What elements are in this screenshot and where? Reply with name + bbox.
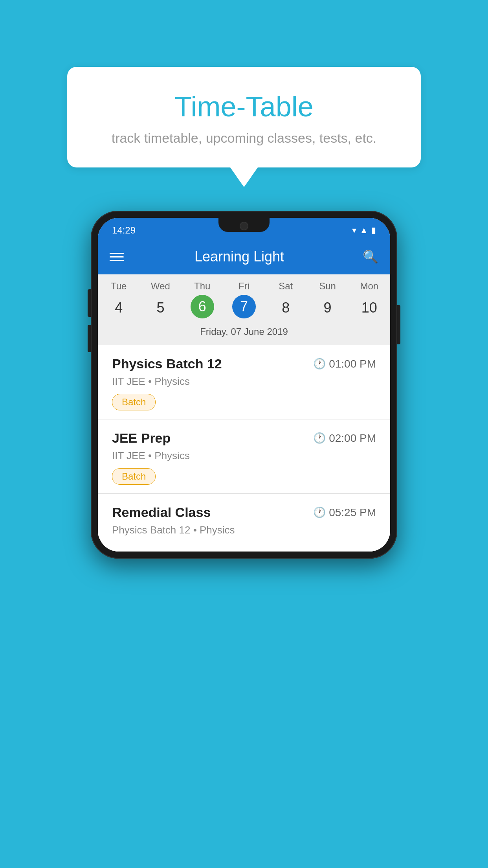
- clock-icon-1: 🕐: [313, 358, 326, 370]
- day-header-wed: Wed: [139, 281, 181, 292]
- clock-icon-2: 🕐: [313, 432, 326, 444]
- day-9[interactable]: 9: [306, 295, 348, 321]
- day-headers: Tue Wed Thu Fri Sat Sun Mon: [98, 281, 390, 292]
- bubble-arrow: [230, 167, 258, 187]
- selected-date-label: Friday, 07 June 2019: [98, 326, 390, 341]
- battery-icon: ▮: [371, 225, 376, 235]
- app-title: Learning Light: [116, 248, 363, 265]
- calendar-strip: Tue Wed Thu Fri Sat Sun Mon 4 5 6 7 8 9 …: [98, 274, 390, 345]
- day-6-today[interactable]: 6: [191, 295, 214, 318]
- schedule-item-1-time: 🕐 01:00 PM: [313, 358, 376, 370]
- day-header-thu: Thu: [182, 281, 223, 292]
- side-button-power: [397, 305, 400, 344]
- phone-frame: 14:29 ▾ ▲ ▮ Learning Light 🔍: [91, 211, 397, 559]
- schedule-item-2[interactable]: JEE Prep 🕐 02:00 PM IIT JEE • Physics Ba…: [98, 419, 390, 494]
- signal-icon: ▲: [360, 225, 368, 235]
- batch-badge-2: Batch: [112, 468, 156, 485]
- day-header-sun: Sun: [306, 281, 348, 292]
- day-8[interactable]: 8: [265, 295, 306, 321]
- side-button-volume-up: [88, 289, 91, 317]
- schedule-item-3-subtitle: Physics Batch 12 • Physics: [112, 524, 376, 536]
- schedule-item-2-header: JEE Prep 🕐 02:00 PM: [112, 430, 376, 446]
- bubble-subtitle: track timetable, upcoming classes, tests…: [91, 131, 397, 146]
- app-bar: Learning Light 🔍: [98, 239, 390, 274]
- schedule-item-3-time-value: 05:25 PM: [329, 506, 376, 519]
- wifi-icon: ▾: [352, 225, 356, 235]
- schedule-item-3-header: Remedial Class 🕐 05:25 PM: [112, 505, 376, 520]
- phone-wrapper: 14:29 ▾ ▲ ▮ Learning Light 🔍: [91, 211, 397, 559]
- schedule-item-3[interactable]: Remedial Class 🕐 05:25 PM Physics Batch …: [98, 494, 390, 552]
- schedule-item-1[interactable]: Physics Batch 12 🕐 01:00 PM IIT JEE • Ph…: [98, 345, 390, 419]
- day-5[interactable]: 5: [139, 295, 181, 321]
- speech-bubble-container: Time-Table track timetable, upcoming cla…: [67, 67, 421, 187]
- schedule-item-2-subtitle: IIT JEE • Physics: [112, 450, 376, 462]
- day-header-sat: Sat: [265, 281, 306, 292]
- day-header-mon: Mon: [349, 281, 390, 292]
- speech-bubble: Time-Table track timetable, upcoming cla…: [67, 67, 421, 167]
- day-4[interactable]: 4: [98, 295, 139, 321]
- day-7-selected[interactable]: 7: [232, 295, 256, 318]
- day-10[interactable]: 10: [349, 295, 390, 321]
- side-button-volume-down: [88, 325, 91, 352]
- schedule-item-2-time: 🕐 02:00 PM: [313, 432, 376, 445]
- phone-screen: 14:29 ▾ ▲ ▮ Learning Light 🔍: [98, 218, 390, 552]
- bubble-title: Time-Table: [91, 90, 397, 123]
- day-header-tue: Tue: [98, 281, 139, 292]
- schedule-list: Physics Batch 12 🕐 01:00 PM IIT JEE • Ph…: [98, 345, 390, 552]
- schedule-item-1-header: Physics Batch 12 🕐 01:00 PM: [112, 356, 376, 371]
- status-icons: ▾ ▲ ▮: [352, 225, 376, 235]
- search-icon[interactable]: 🔍: [363, 249, 378, 264]
- schedule-item-2-time-value: 02:00 PM: [329, 432, 376, 445]
- day-numbers: 4 5 6 7 8 9 10: [98, 295, 390, 321]
- day-header-fri: Fri: [223, 281, 265, 292]
- schedule-item-1-title: Physics Batch 12: [112, 356, 222, 371]
- schedule-item-3-time: 🕐 05:25 PM: [313, 506, 376, 519]
- clock-icon-3: 🕐: [313, 506, 326, 519]
- schedule-item-3-title: Remedial Class: [112, 505, 211, 520]
- schedule-item-1-subtitle: IIT JEE • Physics: [112, 375, 376, 388]
- status-time: 14:29: [112, 225, 136, 236]
- batch-badge-1: Batch: [112, 394, 156, 410]
- status-bar: 14:29 ▾ ▲ ▮: [98, 218, 390, 239]
- schedule-item-1-time-value: 01:00 PM: [329, 358, 376, 370]
- schedule-item-2-title: JEE Prep: [112, 430, 171, 446]
